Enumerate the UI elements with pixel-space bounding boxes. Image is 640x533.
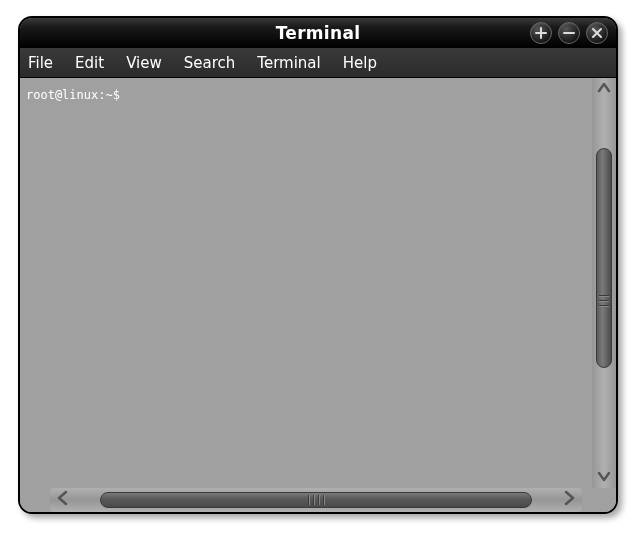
menu-view[interactable]: View [126,54,162,72]
scrollbar-left-corner [20,488,50,512]
scroll-left-button[interactable] [50,488,76,512]
plus-icon [535,24,547,43]
new-tab-button[interactable] [530,22,552,44]
thumb-grip-icon [599,295,609,307]
chevron-right-icon [561,490,577,510]
content-area: root@linux:~$ [20,78,616,512]
chevron-up-icon [597,80,611,99]
close-button[interactable] [586,22,608,44]
horizontal-scroll-thumb[interactable] [100,492,532,508]
minus-icon [563,24,575,43]
vertical-scrollbar [592,78,616,488]
vertical-scroll-track[interactable] [592,100,616,466]
close-icon [591,24,603,43]
menu-file[interactable]: File [28,54,53,72]
horizontal-scrollbar [50,488,582,512]
scroll-down-button[interactable] [592,466,616,488]
horizontal-scroll-track[interactable] [76,488,556,512]
menubar: File Edit View Search Terminal Help [20,48,616,78]
chevron-left-icon [55,490,71,510]
minimize-button[interactable] [558,22,580,44]
menu-edit[interactable]: Edit [75,54,104,72]
thumb-grip-icon [308,495,325,505]
terminal-window: Terminal File Edit View Search Ter [18,16,618,514]
scroll-right-button[interactable] [556,488,582,512]
scroll-up-button[interactable] [592,78,616,100]
menu-terminal[interactable]: Terminal [257,54,320,72]
menu-help[interactable]: Help [343,54,377,72]
window-controls [530,22,608,44]
scrollbar-corner [592,488,616,512]
titlebar[interactable]: Terminal [20,18,616,48]
terminal-body[interactable]: root@linux:~$ [20,78,592,488]
window-title: Terminal [276,23,361,43]
terminal-prompt: root@linux:~$ [26,88,127,102]
chevron-down-icon [597,468,611,487]
menu-search[interactable]: Search [184,54,236,72]
vertical-scroll-thumb[interactable] [596,148,612,368]
